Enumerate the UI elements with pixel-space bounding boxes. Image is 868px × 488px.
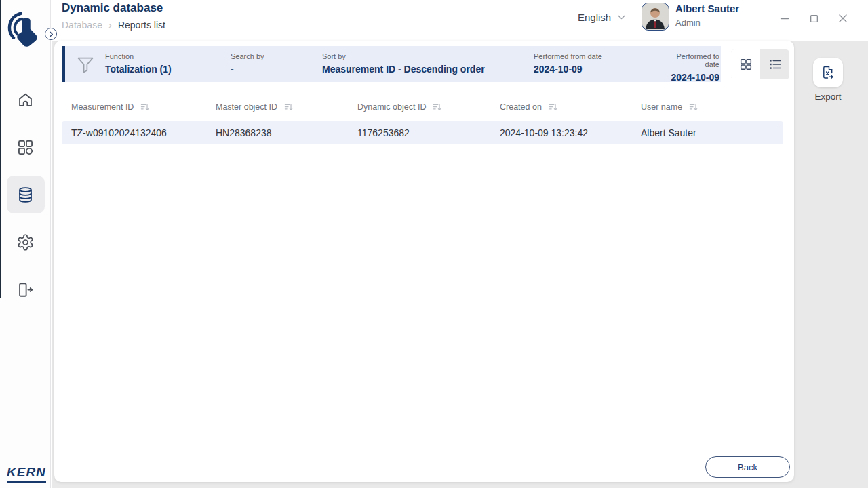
sidebar-item-home[interactable] — [0, 76, 51, 123]
cell-created-on: 2024-10-09 13:23:42 — [500, 127, 641, 138]
sort-icon[interactable] — [433, 103, 441, 112]
avatar — [642, 3, 669, 30]
filter-label: Search by — [231, 52, 322, 60]
export-group: Export — [813, 58, 843, 102]
funnel-icon[interactable] — [65, 46, 105, 82]
sidebar: KERN — [0, 0, 51, 488]
touch-gesture-logo-icon — [7, 9, 44, 50]
filter-label: Function — [105, 52, 231, 60]
filter-label: Performed from date — [534, 52, 663, 60]
column-created-on: Created on — [500, 102, 641, 112]
column-measurement-id: Measurement ID — [62, 102, 216, 112]
view-toggle — [731, 49, 789, 79]
file-export-icon — [820, 64, 836, 81]
breadcrumb-current: Reports list — [118, 20, 165, 30]
reports-card: Function Totalization (1) Search by - So… — [54, 41, 794, 482]
page-title: Dynamic database — [62, 1, 163, 15]
top-header: Dynamic database Database › Reports list… — [52, 0, 868, 41]
grid-view-icon — [738, 57, 753, 72]
sort-icon[interactable] — [140, 103, 149, 112]
sidebar-item-database[interactable] — [0, 171, 51, 218]
sidebar-item-functions[interactable] — [0, 123, 51, 171]
back-button-label: Back — [738, 462, 757, 472]
sidebar-item-settings[interactable] — [0, 218, 51, 266]
language-value: English — [578, 12, 611, 23]
home-icon — [16, 91, 35, 109]
back-button[interactable]: Back — [705, 456, 790, 478]
screen-edge-strip — [0, 0, 1, 298]
table-header: Measurement ID Master object ID Dynamic … — [62, 98, 783, 117]
user-info: Albert Sauter Admin — [675, 3, 739, 30]
filter-performed-from: Performed from date 2024-10-09 — [534, 46, 663, 82]
filter-value: 2024-10-09 — [671, 72, 719, 83]
maximize-button[interactable] — [805, 9, 823, 27]
kern-logo: KERN — [7, 465, 46, 483]
filter-value: - — [231, 64, 322, 75]
gear-icon — [16, 233, 35, 251]
list-view-icon — [768, 57, 783, 72]
cell-master-object-id: HN28368238 — [216, 127, 357, 138]
column-label: Dynamic object ID — [357, 102, 426, 112]
apps-icon — [16, 138, 35, 157]
column-dynamic-object-id: Dynamic object ID — [357, 102, 500, 112]
column-label: Master object ID — [216, 102, 277, 112]
expand-sidebar-button[interactable] — [45, 28, 57, 40]
logout-icon — [16, 281, 35, 299]
filter-value: Measurement ID - Descending order — [322, 64, 534, 75]
filter-function: Function Totalization (1) — [105, 46, 231, 82]
window-controls — [776, 9, 852, 27]
column-user-name: User name — [641, 102, 783, 112]
filter-performed-to: Performed to date 2024-10-09 — [663, 46, 721, 82]
user-name: Albert Sauter — [675, 3, 739, 15]
sort-icon[interactable] — [284, 103, 293, 112]
sort-icon[interactable] — [549, 103, 557, 112]
filter-value: 2024-10-09 — [534, 64, 663, 75]
breadcrumb: Database › Reports list — [62, 19, 165, 30]
filter-label: Performed to date — [663, 52, 719, 68]
cell-user-name: Albert Sauter — [641, 127, 783, 138]
column-label: Measurement ID — [71, 102, 134, 112]
sidebar-divider — [5, 66, 45, 66]
minimize-button[interactable] — [776, 9, 793, 27]
export-label: Export — [813, 92, 843, 102]
grid-view-button[interactable] — [731, 49, 760, 79]
table-row[interactable]: TZ-w09102024132406 HN28368238 1176253682… — [62, 121, 783, 144]
chevron-down-icon — [618, 15, 625, 20]
cell-measurement-id: TZ-w09102024132406 — [62, 127, 216, 138]
filter-label: Sort by — [322, 52, 534, 60]
export-button[interactable] — [813, 58, 843, 87]
language-selector[interactable]: English — [578, 12, 625, 23]
close-button[interactable] — [834, 9, 852, 27]
column-label: User name — [641, 102, 682, 112]
database-icon — [16, 186, 35, 204]
user-role: Admin — [675, 17, 739, 28]
list-view-button[interactable] — [760, 49, 789, 79]
sidebar-nav — [0, 76, 51, 313]
breadcrumb-parent[interactable]: Database — [62, 20, 102, 30]
user-menu[interactable]: Albert Sauter Admin — [642, 3, 739, 30]
filter-summary-bar[interactable]: Function Totalization (1) Search by - So… — [62, 46, 721, 82]
column-master-object-id: Master object ID — [216, 102, 357, 112]
cell-dynamic-object-id: 1176253682 — [357, 127, 500, 138]
filter-sort-by: Sort by Measurement ID - Descending orde… — [322, 46, 534, 82]
breadcrumb-chevron-icon: › — [108, 19, 112, 30]
filter-search-by: Search by - — [231, 46, 322, 82]
column-label: Created on — [500, 102, 542, 112]
sidebar-item-logout[interactable] — [0, 266, 51, 313]
sort-icon[interactable] — [689, 103, 698, 112]
filter-value: Totalization (1) — [105, 64, 231, 75]
